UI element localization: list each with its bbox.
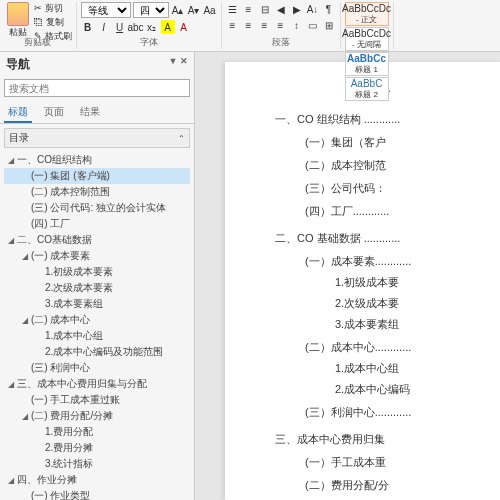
- numbering-button[interactable]: ≡: [242, 2, 256, 16]
- indent-left-button[interactable]: ◀: [274, 2, 288, 16]
- search-input[interactable]: [4, 79, 190, 97]
- expand-icon[interactable]: ◢: [22, 412, 31, 421]
- toc-entry: (二）费用分配/分: [255, 476, 500, 495]
- tree-item[interactable]: 2.次级成本要素: [4, 280, 190, 296]
- copy-button[interactable]: ⿻ 复制: [34, 16, 72, 29]
- tab-pages[interactable]: 页面: [40, 103, 68, 123]
- style-no-spacing[interactable]: AaBbCcDc- 无间隔: [345, 27, 389, 51]
- align-left-button[interactable]: ≡: [226, 18, 240, 32]
- toc-body: 一、CO 组织结构 (一）集团（客户(二）成本控制范(三）公司代码：(四）工厂二…: [255, 110, 500, 500]
- ribbon-group-styles: AaBbCcDc- 正文 AaBbCcDc- 无间隔 AaBbCc标题 1 Aa…: [341, 2, 394, 49]
- clipboard-icon: [7, 2, 29, 26]
- toc-entry: 2.成本中心编码: [255, 380, 500, 399]
- ribbon-group-font: 等线 四号 A▴ A▾ Aa B I U abc x₂ A A 字体: [77, 2, 222, 49]
- tree-item[interactable]: ◢(一) 成本要素: [4, 248, 190, 264]
- toc-entry: (三）利润中心: [255, 403, 500, 422]
- shrink-font-button[interactable]: A▾: [187, 3, 201, 17]
- font-size-select[interactable]: 四号: [133, 2, 169, 18]
- strike-button[interactable]: abc: [129, 20, 143, 34]
- multilevel-button[interactable]: ⊟: [258, 2, 272, 16]
- expand-icon[interactable]: ◢: [8, 236, 17, 245]
- tree-item[interactable]: 2.成本中心编码及功能范围: [4, 344, 190, 360]
- align-right-button[interactable]: ≡: [258, 18, 272, 32]
- tree-item[interactable]: (一) 作业类型: [4, 488, 190, 500]
- toc-entry: 一、CO 组织结构: [255, 110, 500, 129]
- shading-button[interactable]: ▭: [306, 18, 320, 32]
- expand-icon[interactable]: ◢: [8, 476, 17, 485]
- highlight-button[interactable]: A: [161, 20, 175, 34]
- change-case-button[interactable]: Aa: [203, 3, 217, 17]
- tree-item[interactable]: 2.费用分摊: [4, 440, 190, 456]
- tree-item[interactable]: ◢四、作业分摊: [4, 472, 190, 488]
- tree-item[interactable]: 3.成本要素组: [4, 296, 190, 312]
- italic-button[interactable]: I: [97, 20, 111, 34]
- expand-icon[interactable]: ◢: [22, 316, 31, 325]
- chevron-icon: ⌃: [178, 134, 185, 143]
- nav-tree[interactable]: ◢一、CO组织结构(一) 集团 (客户端)(二) 成本控制范围(三) 公司代码:…: [0, 152, 194, 500]
- nav-search: [4, 79, 190, 97]
- tree-item[interactable]: (一) 集团 (客户端): [4, 168, 190, 184]
- copy-icon: ⿻: [34, 17, 43, 27]
- document-page[interactable]: ·目录· 一、CO 组织结构 (一）集团（客户(二）成本控制范(三）公司代码：(…: [225, 62, 500, 500]
- underline-button[interactable]: U: [113, 20, 127, 34]
- tree-item[interactable]: ◢三、成本中心费用归集与分配: [4, 376, 190, 392]
- tree-item[interactable]: (四) 工厂: [4, 216, 190, 232]
- font-color-button[interactable]: A: [177, 20, 191, 34]
- expand-icon[interactable]: ◢: [8, 156, 17, 165]
- indent-right-button[interactable]: ▶: [290, 2, 304, 16]
- tree-item[interactable]: (三) 利润中心: [4, 360, 190, 376]
- tree-item[interactable]: 3.统计指标: [4, 456, 190, 472]
- cut-button[interactable]: ✂ 剪切: [34, 2, 72, 15]
- bold-button[interactable]: B: [81, 20, 95, 34]
- toc-entry: 1.成本中心组: [255, 359, 500, 378]
- toc-entry: (一）手工成本重: [255, 453, 500, 472]
- nav-tree-header[interactable]: 目录 ⌃: [4, 128, 190, 148]
- tree-item[interactable]: ◢(二) 成本中心: [4, 312, 190, 328]
- nav-dropdown-icon[interactable]: ▼ ✕: [169, 56, 188, 73]
- tree-item[interactable]: 1.费用分配: [4, 424, 190, 440]
- style-normal[interactable]: AaBbCcDc- 正文: [345, 2, 389, 26]
- tree-item[interactable]: (一) 手工成本重过账: [4, 392, 190, 408]
- toc-entry: (四）工厂: [255, 202, 500, 221]
- show-marks-button[interactable]: ¶: [322, 2, 336, 16]
- sort-button[interactable]: A↓: [306, 2, 320, 16]
- line-spacing-button[interactable]: ↕: [290, 18, 304, 32]
- toc-entry: (二）成本控制范: [255, 156, 500, 175]
- bullets-button[interactable]: ☰: [226, 2, 240, 16]
- navigation-pane: 导航 ▼ ✕ 标题 页面 结果 目录 ⌃ ◢一、CO组织结构(一) 集团 (客户…: [0, 52, 195, 500]
- ribbon-group-clipboard: 粘贴 ✂ 剪切 ⿻ 复制 ✎ 格式刷 剪贴板: [0, 2, 77, 49]
- tree-item[interactable]: (三) 公司代码: 独立的会计实体: [4, 200, 190, 216]
- align-center-button[interactable]: ≡: [242, 18, 256, 32]
- expand-icon[interactable]: ◢: [22, 252, 31, 261]
- justify-button[interactable]: ≡: [274, 18, 288, 32]
- group-label: 字体: [77, 36, 221, 49]
- expand-icon[interactable]: ◢: [8, 380, 17, 389]
- tree-item[interactable]: ◢(二) 费用分配/分摊: [4, 408, 190, 424]
- borders-button[interactable]: ⊞: [322, 18, 336, 32]
- toc-entry: (二）成本中心: [255, 338, 500, 357]
- toc-entry: (三）公司代码：: [255, 179, 500, 198]
- tree-item[interactable]: ◢二、CO基础数据: [4, 232, 190, 248]
- style-heading1[interactable]: AaBbCc标题 1: [345, 52, 389, 76]
- toc-entry: 1.初级成本要: [255, 273, 500, 292]
- ribbon-group-paragraph: ☰ ≡ ⊟ ◀ ▶ A↓ ¶ ≡ ≡ ≡ ≡ ↕ ▭ ⊞ 段落: [222, 2, 341, 49]
- toc-entry: 二、CO 基础数据: [255, 229, 500, 248]
- toc-entry: (一）集团（客户: [255, 133, 500, 152]
- tab-results[interactable]: 结果: [76, 103, 104, 123]
- main-area: 导航 ▼ ✕ 标题 页面 结果 目录 ⌃ ◢一、CO组织结构(一) 集团 (客户…: [0, 52, 500, 500]
- style-heading2[interactable]: AaBbC标题 2: [345, 77, 389, 101]
- group-label: 剪贴板: [0, 36, 76, 49]
- nav-title: 导航: [6, 56, 30, 73]
- toc-entry: 3.成本要素组: [255, 315, 500, 334]
- ribbon: 粘贴 ✂ 剪切 ⿻ 复制 ✎ 格式刷 剪贴板 等线 四号 A▴ A▾ Aa B …: [0, 0, 500, 52]
- tree-item[interactable]: 1.初级成本要素: [4, 264, 190, 280]
- toc-entry: 2.次级成本要: [255, 294, 500, 313]
- font-family-select[interactable]: 等线: [81, 2, 131, 18]
- nav-tabs: 标题 页面 结果: [0, 99, 194, 124]
- tab-headings[interactable]: 标题: [4, 103, 32, 123]
- subscript-button[interactable]: x₂: [145, 20, 159, 34]
- tree-item[interactable]: ◢一、CO组织结构: [4, 152, 190, 168]
- tree-item[interactable]: 1.成本中心组: [4, 328, 190, 344]
- grow-font-button[interactable]: A▴: [171, 3, 185, 17]
- tree-item[interactable]: (二) 成本控制范围: [4, 184, 190, 200]
